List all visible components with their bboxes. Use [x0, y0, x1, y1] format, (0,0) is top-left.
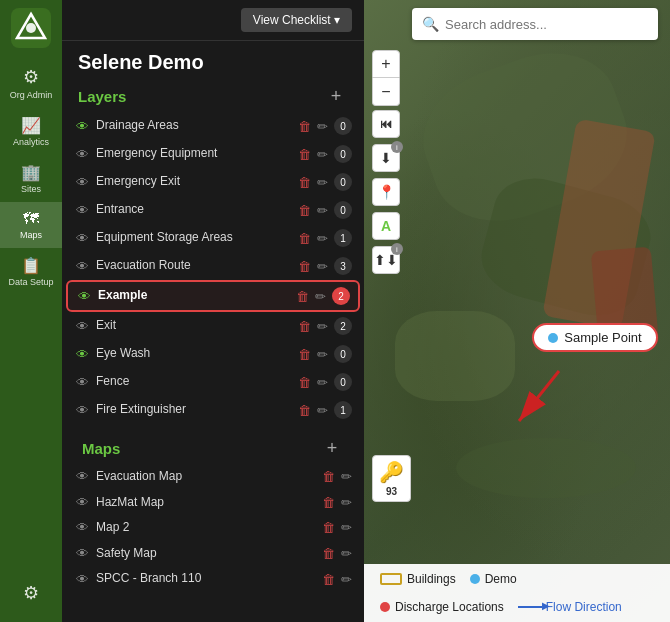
layer-edit-exit[interactable]: ✏	[317, 319, 328, 334]
layer-trash-example[interactable]: 🗑	[296, 289, 309, 304]
layer-eye-emergency-exit[interactable]: 👁	[74, 175, 90, 190]
map-edit-spcc[interactable]: ✏	[341, 572, 352, 587]
project-title: Selene Demo	[62, 41, 364, 80]
layer-trash-emergency-equipment[interactable]: 🗑	[298, 147, 311, 162]
sidebar-item-settings[interactable]: ⚙	[0, 574, 62, 614]
add-layer-button[interactable]: +	[324, 84, 348, 108]
map-eye-safety[interactable]: 👁	[74, 546, 90, 561]
legend-buildings: Buildings	[380, 572, 456, 586]
sidebar-item-maps[interactable]: 🗺 Maps	[0, 202, 62, 248]
sidebar-item-data-setup[interactable]: 📋 Data Setup	[0, 248, 62, 295]
layer-trash-fence[interactable]: 🗑	[298, 375, 311, 390]
org-admin-icon: ⚙	[23, 66, 39, 88]
layer-eye-equipment-storage-areas[interactable]: 👁	[74, 231, 90, 246]
map-eye-evacuation[interactable]: 👁	[74, 469, 90, 484]
map-edit-map2[interactable]: ✏	[341, 520, 352, 535]
map-eye-spcc[interactable]: 👁	[74, 572, 90, 587]
layer-eye-fence[interactable]: 👁	[74, 375, 90, 390]
maps-icon: 🗺	[23, 210, 39, 228]
layer-item-fire-extinguisher: 👁 Fire Extinguisher 🗑 ✏ 1	[66, 396, 360, 424]
layer-eye-fire-extinguisher[interactable]: 👁	[74, 403, 90, 418]
layers-section-header: Layers +	[62, 80, 364, 112]
view-checklist-button[interactable]: View Checklist ▾	[241, 8, 352, 32]
sidebar-item-analytics[interactable]: 📈 Analytics	[0, 108, 62, 155]
app-logo	[11, 8, 51, 52]
layer-name-exit: Exit	[96, 318, 292, 334]
map-trash-spcc[interactable]: 🗑	[322, 572, 335, 587]
info-dot-2: i	[391, 243, 403, 255]
nav-sidebar: ⚙ Org Admin 📈 Analytics 🏢 Sites 🗺 Maps 📋…	[0, 0, 62, 622]
layer-name-fence: Fence	[96, 374, 292, 390]
map-name-safety: Safety Map	[96, 546, 316, 562]
back-button[interactable]: ⏮	[372, 110, 400, 138]
layer-trash-emergency-exit[interactable]: 🗑	[298, 175, 311, 190]
layer-edit-equipment-storage-areas[interactable]: ✏	[317, 231, 328, 246]
layer-edit-fire-extinguisher[interactable]: ✏	[317, 403, 328, 418]
map-trash-evacuation[interactable]: 🗑	[322, 469, 335, 484]
svg-line-4	[519, 371, 559, 421]
download-button[interactable]: ⬇ i	[372, 144, 400, 172]
legend-dot-demo	[470, 574, 480, 584]
layer-edit-example[interactable]: ✏	[315, 289, 326, 304]
map-edit-safety[interactable]: ✏	[341, 546, 352, 561]
legend-swatch-buildings	[380, 573, 402, 585]
map-item-evacuation-map: 👁 Evacuation Map 🗑 ✏	[66, 464, 360, 490]
map-trash-safety[interactable]: 🗑	[322, 546, 335, 561]
map-item-safety-map: 👁 Safety Map 🗑 ✏	[66, 541, 360, 567]
sidebar-item-sites[interactable]: 🏢 Sites	[0, 155, 62, 202]
layer-edit-fence[interactable]: ✏	[317, 375, 328, 390]
map-search-bar[interactable]: 🔍	[412, 8, 658, 40]
map-eye-hazmat[interactable]: 👁	[74, 495, 90, 510]
layer-name-emergency-exit: Emergency Exit	[96, 174, 292, 190]
layer-eye-entrance[interactable]: 👁	[74, 203, 90, 218]
layer-trash-eye-wash[interactable]: 🗑	[298, 347, 311, 362]
layer-trash-entrance[interactable]: 🗑	[298, 203, 311, 218]
top-bar: View Checklist ▾	[62, 0, 364, 41]
legend-flow-direction: Flow Direction	[518, 600, 622, 614]
layer-eye-emergency-equipment[interactable]: 👁	[74, 147, 90, 162]
map-side-tools: ⏮ ⬇ i 📍 A ⬆⬇ i	[372, 110, 400, 274]
layer-trash-exit[interactable]: 🗑	[298, 319, 311, 334]
layer-edit-emergency-equipment[interactable]: ✏	[317, 147, 328, 162]
layer-count-eye-wash: 0	[334, 345, 352, 363]
sample-point-dot	[548, 333, 558, 343]
layer-edit-evacuation-route[interactable]: ✏	[317, 259, 328, 274]
map-zoom-controls: + −	[372, 50, 400, 106]
map-eye-map2[interactable]: 👁	[74, 520, 90, 535]
layer-item-fence: 👁 Fence 🗑 ✏ 0	[66, 368, 360, 396]
layer-name-evacuation-route: Evacuation Route	[96, 258, 292, 274]
zoom-in-button[interactable]: +	[372, 50, 400, 78]
settings-icon: ⚙	[23, 582, 39, 604]
layer-eye-example[interactable]: 👁	[76, 289, 92, 304]
layer-edit-drainage-areas[interactable]: ✏	[317, 119, 328, 134]
layer-edit-entrance[interactable]: ✏	[317, 203, 328, 218]
marker-button[interactable]: A	[372, 212, 400, 240]
map-name-map2: Map 2	[96, 520, 316, 536]
layer-edit-eye-wash[interactable]: ✏	[317, 347, 328, 362]
map-trash-hazmat[interactable]: 🗑	[322, 495, 335, 510]
layer-trash-evacuation-route[interactable]: 🗑	[298, 259, 311, 274]
map-edit-hazmat[interactable]: ✏	[341, 495, 352, 510]
map-edit-evacuation[interactable]: ✏	[341, 469, 352, 484]
zoom-out-button[interactable]: −	[372, 78, 400, 106]
search-input[interactable]	[445, 17, 648, 32]
arrow-annotation	[499, 361, 579, 445]
sidebar-item-org-admin[interactable]: ⚙ Org Admin	[0, 58, 62, 108]
maps-title: Maps	[82, 440, 120, 457]
layer-trash-equipment-storage-areas[interactable]: 🗑	[298, 231, 311, 246]
layer-edit-emergency-exit[interactable]: ✏	[317, 175, 328, 190]
layer-eye-drainage-areas[interactable]: 👁	[74, 119, 90, 134]
layer-eye-exit[interactable]: 👁	[74, 319, 90, 334]
expand-button[interactable]: ⬆⬇ i	[372, 246, 400, 274]
add-map-button[interactable]: +	[320, 436, 344, 460]
location-button[interactable]: 📍	[372, 178, 400, 206]
map-view[interactable]: 🔍 + − ⏮ ⬇ i 📍 A ⬆⬇ i 🔑 93 Sample Point	[364, 0, 670, 622]
layer-count-emergency-exit: 0	[334, 173, 352, 191]
map-trash-map2[interactable]: 🗑	[322, 520, 335, 535]
layer-eye-evacuation-route[interactable]: 👁	[74, 259, 90, 274]
layer-trash-drainage-areas[interactable]: 🗑	[298, 119, 311, 134]
layer-trash-fire-extinguisher[interactable]: 🗑	[298, 403, 311, 418]
layer-name-drainage-areas: Drainage Areas	[96, 118, 292, 134]
layer-eye-eye-wash[interactable]: 👁	[74, 347, 90, 362]
layer-name-example: Example	[98, 288, 290, 304]
